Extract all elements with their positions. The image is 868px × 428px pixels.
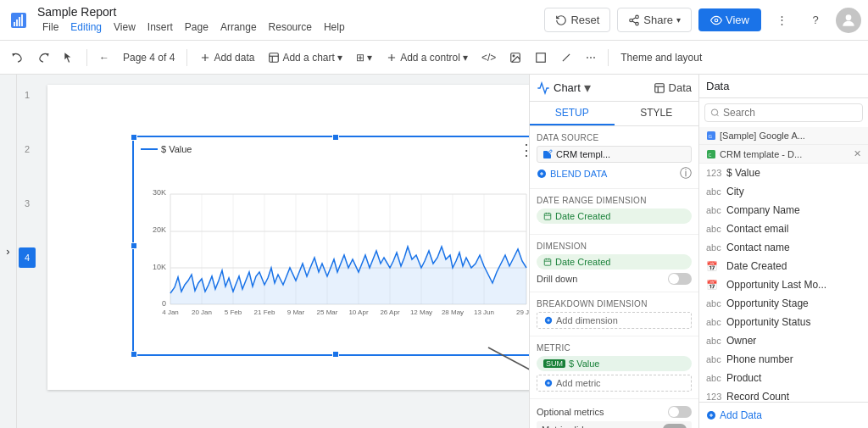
more-options-button[interactable]: ⋮ bbox=[768, 7, 795, 34]
undo-button[interactable] bbox=[7, 48, 29, 67]
blend-data-label: BLEND DATA bbox=[550, 169, 607, 179]
menu-view[interactable]: View bbox=[108, 19, 141, 35]
data-tab[interactable]: Data bbox=[654, 81, 692, 94]
optional-metrics-toggle[interactable] bbox=[668, 406, 692, 418]
handle-tl[interactable] bbox=[131, 134, 137, 141]
chart-tab-icon bbox=[537, 81, 550, 95]
type-icon-text-4: abc bbox=[706, 242, 723, 253]
source-name-2: CRM template - D... bbox=[720, 149, 802, 159]
select-tool-button[interactable] bbox=[58, 48, 80, 67]
svg-text:G: G bbox=[709, 134, 713, 139]
source-remove-icon[interactable]: ✕ bbox=[854, 148, 861, 159]
field-phone[interactable]: abc Phone number bbox=[699, 350, 868, 369]
code-button[interactable]: </> bbox=[476, 48, 501, 67]
field-label: City bbox=[726, 186, 744, 197]
report-title: Sample Report bbox=[37, 5, 350, 19]
menu-file[interactable]: File bbox=[37, 19, 64, 35]
svg-point-5 bbox=[636, 15, 639, 19]
chart-svg: 0 10K 20K 30K bbox=[141, 158, 529, 327]
redo-button[interactable] bbox=[32, 48, 54, 67]
style-tab[interactable]: STYLE bbox=[615, 102, 699, 125]
handle-bm[interactable] bbox=[332, 351, 339, 358]
add-data-label: Add Data bbox=[720, 409, 762, 421]
svg-text:25 Mar: 25 Mar bbox=[317, 308, 338, 316]
type-icon-text-9: abc bbox=[706, 373, 723, 383]
menu-help[interactable]: Help bbox=[319, 19, 350, 35]
add-data-button[interactable]: Add data bbox=[194, 48, 259, 67]
help-button[interactable]: ? bbox=[802, 7, 829, 34]
menu-resource[interactable]: Resource bbox=[264, 19, 317, 35]
field-contact-name[interactable]: abc Contact name bbox=[699, 238, 868, 257]
reset-button[interactable]: Reset bbox=[544, 8, 610, 32]
back-button[interactable]: ← bbox=[94, 48, 114, 67]
date-range-chip[interactable]: Date Created bbox=[537, 208, 692, 224]
add-control-options-button[interactable]: ⊞ ▾ bbox=[351, 48, 377, 67]
field-opp-stage[interactable]: abc Opportunity Stage bbox=[699, 294, 868, 313]
menu-page[interactable]: Page bbox=[180, 19, 214, 35]
svg-point-11 bbox=[846, 14, 852, 20]
type-icon-text-5: abc bbox=[706, 298, 723, 308]
add-control-button[interactable]: Add a control ▾ bbox=[381, 48, 473, 67]
metric-sliders-toggle[interactable] bbox=[663, 424, 687, 428]
add-chart-label: Add a chart bbox=[282, 52, 334, 64]
field-owner[interactable]: abc Owner bbox=[699, 331, 868, 350]
field-opp-status[interactable]: abc Opportunity Status bbox=[699, 313, 868, 331]
expand-sidebar-button[interactable]: › bbox=[0, 75, 17, 428]
view-button[interactable]: View bbox=[698, 8, 761, 31]
field-s-value[interactable]: 123 $ Value bbox=[699, 164, 868, 182]
blend-data-button[interactable]: BLEND DATA ⓘ bbox=[537, 166, 692, 181]
chart-panel-dropdown[interactable]: ▾ bbox=[584, 80, 591, 96]
field-contact-email[interactable]: abc Contact email bbox=[699, 220, 868, 238]
field-record-count[interactable]: 123 Record Count bbox=[699, 387, 868, 402]
line-button[interactable] bbox=[555, 48, 577, 67]
svg-rect-53 bbox=[654, 83, 664, 92]
field-date-created[interactable]: 📅 Date Created bbox=[699, 257, 868, 275]
field-opp-last[interactable]: 📅 Opportunity Last Mo... bbox=[699, 275, 868, 294]
image-button[interactable] bbox=[504, 48, 526, 67]
chart-container[interactable]: ⋮ $ Value 0 10K 20K 30K bbox=[132, 136, 529, 356]
handle-tm[interactable] bbox=[332, 134, 339, 141]
chart-tab[interactable]: Chart bbox=[537, 81, 581, 95]
metric-chip[interactable]: SUM $ Value bbox=[537, 356, 692, 371]
add-data-icon bbox=[706, 410, 716, 420]
drill-down-row: Drill down bbox=[537, 273, 692, 285]
data-panel-header: Data bbox=[699, 75, 868, 98]
svg-text:9 Mar: 9 Mar bbox=[287, 308, 305, 316]
search-input[interactable] bbox=[723, 107, 857, 119]
report-page[interactable]: ⋮ $ Value 0 10K 20K 30K bbox=[47, 85, 529, 390]
data-source-item[interactable]: CRM templ... bbox=[537, 146, 692, 163]
field-company[interactable]: abc Company Name bbox=[699, 201, 868, 220]
field-city[interactable]: abc City bbox=[699, 182, 868, 201]
field-product[interactable]: abc Product bbox=[699, 369, 868, 387]
search-box[interactable] bbox=[704, 103, 863, 122]
setup-tab[interactable]: SETUP bbox=[530, 102, 615, 125]
add-chart-button[interactable]: Add a chart ▾ bbox=[263, 48, 347, 67]
optional-metrics-row: Optional metrics bbox=[537, 406, 692, 418]
menu-arrange[interactable]: Arrange bbox=[215, 19, 262, 35]
share-button[interactable]: Share ▾ bbox=[617, 8, 692, 32]
page-num-1: 1 bbox=[17, 85, 37, 105]
chart-menu-button[interactable]: ⋮ bbox=[519, 141, 529, 159]
add-data-button[interactable]: Add Data bbox=[699, 402, 868, 428]
add-dimension-button[interactable]: Add dimension bbox=[537, 312, 692, 329]
add-metric-button[interactable]: Add metric bbox=[537, 375, 692, 392]
setup-panel: Chart ▾ Data SETUP STYLE Data source bbox=[529, 75, 698, 428]
separator-1 bbox=[86, 49, 87, 66]
menu-editing[interactable]: Editing bbox=[65, 19, 107, 35]
svg-line-17 bbox=[563, 53, 570, 60]
more-tools-button[interactable]: ⋯ bbox=[581, 48, 601, 67]
optional-metrics-label: Optional metrics bbox=[537, 407, 604, 417]
menu-insert[interactable]: Insert bbox=[142, 19, 178, 35]
handle-ml[interactable] bbox=[131, 242, 137, 249]
user-avatar[interactable] bbox=[836, 8, 861, 33]
svg-rect-1 bbox=[14, 22, 15, 26]
data-source-name: CRM templ... bbox=[556, 149, 610, 159]
page-num-4[interactable]: 4 bbox=[19, 247, 36, 268]
handle-bl[interactable] bbox=[131, 351, 137, 358]
drill-down-toggle[interactable] bbox=[668, 273, 692, 285]
svg-rect-4 bbox=[21, 14, 23, 26]
shape-button[interactable] bbox=[530, 48, 552, 67]
theme-layout-button[interactable]: Theme and layout bbox=[615, 48, 707, 67]
field-label: $ Value bbox=[726, 167, 760, 179]
dimension-chip[interactable]: Date Created bbox=[537, 254, 692, 270]
